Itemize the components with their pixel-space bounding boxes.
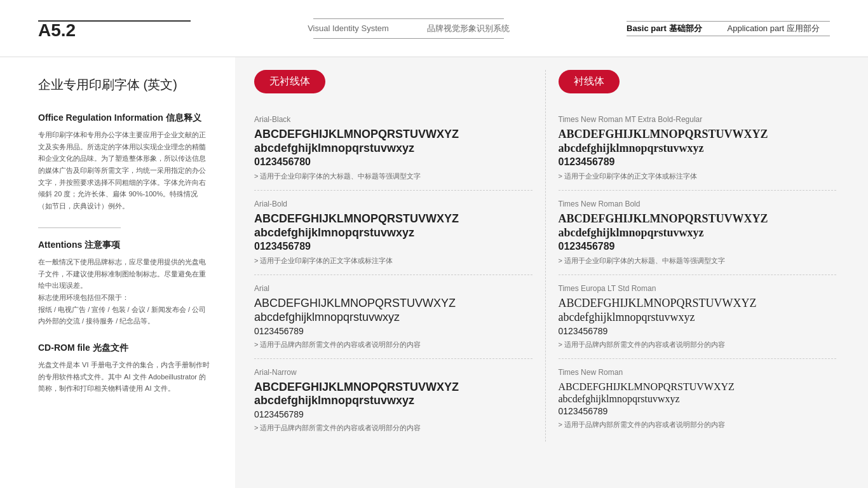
sidebar-section-attention: Attentions 注意事项 在一般情况下使用品牌标志，应尽量使用提供的光盘电…	[38, 240, 210, 327]
col-header-sans: 无衬线体	[254, 70, 325, 93]
sidebar-section-info-title: Office Regulation Information 信息释义	[38, 112, 210, 124]
font-entry-arial-black: Arial-Black ABCDEFGHIJKLMNOPQRSTUVWXYZ a…	[254, 106, 532, 191]
font-text-arial-upper: ABCDEFGHIJKLMNOPQRSTUVWXYZ	[254, 297, 532, 311]
font-entry-times-europa: Times Europa LT Std Roman ABCDEFGHIJKLMN…	[559, 275, 837, 358]
font-numbers-times-europa: 0123456789	[559, 326, 837, 336]
font-name-times-bold: Times New Roman Bold	[559, 200, 837, 208]
font-text-arial-narrow-lower: abcdefghijklmnopqrstuvwxyz	[254, 394, 532, 408]
font-columns: 无衬线体 Arial-Black ABCDEFGHIJKLMNOPQRSTUVW…	[254, 70, 849, 442]
font-name-arial: Arial	[254, 284, 532, 293]
font-name-times-regular: Times New Roman	[559, 368, 837, 377]
font-name-arial-bold: Arial-Bold	[254, 200, 532, 208]
font-text-times-regular-lower: abcdefghijklmnopqrstuvwxyz	[559, 393, 837, 405]
font-name-arial-narrow: Arial-Narrow	[254, 368, 532, 377]
font-text-arial-bold-lower: abcdefghijklmnopqrstuvwxyz	[254, 226, 532, 240]
font-display-area: 无衬线体 Arial-Black ABCDEFGHIJKLMNOPQRSTUVW…	[235, 57, 868, 488]
font-text-arial-lower: abcdefghijklmnopqrstuvwxyz	[254, 311, 532, 325]
font-numbers-arial-bold: 0123456789	[254, 241, 532, 252]
header-title-en: Visual Identity System	[308, 24, 389, 33]
font-text-times-europa-upper: ABCDEFGHIJKLMNOPQRSTUVWXYZ	[559, 297, 837, 311]
font-desc-arial-black: 适用于企业印刷字体的大标题、中标题等强调型文字	[254, 172, 532, 181]
font-text-times-bold-lower: abcdefghijklmnopqrstuvwxyz	[559, 226, 837, 240]
font-numbers-times-bold: 0123456789	[559, 241, 837, 252]
sidebar-divider	[38, 227, 121, 228]
font-text-arial-black-upper: ABCDEFGHIJKLMNOPQRSTUVWXYZ	[254, 128, 532, 142]
header-center: Visual Identity System 品牌视觉形象识别系统	[308, 18, 510, 39]
font-text-arial-narrow-upper: ABCDEFGHIJKLMNOPQRSTUVWXYZ	[254, 381, 532, 395]
header-nav: Basic part 基础部分 Application part 应用部分	[627, 23, 830, 34]
header-center-top-line	[313, 18, 504, 19]
font-numbers-arial: 0123456789	[254, 326, 532, 336]
header-center-titles: Visual Identity System 品牌视觉形象识别系统	[308, 23, 510, 34]
sidebar-section-info-text: 专用印刷字体和专用办公字体主要应用于企业文献的正文及实务用品。所选定的字体用以实…	[38, 129, 210, 212]
page-number: A5.2	[38, 22, 191, 39]
font-text-times-extrabold-lower: abcdefghijklmnopqrstuvwxyz	[559, 142, 837, 156]
nav-basic[interactable]: Basic part 基础部分	[627, 23, 702, 34]
sidebar: 企业专用印刷字体 (英文) Office Regulation Informat…	[0, 57, 235, 488]
sidebar-section-cdrom: CD-ROM file 光盘文件 光盘文件是本 VI 手册电子文件的集合，内含手…	[38, 342, 210, 395]
header-center-bottom-line	[313, 38, 504, 39]
font-desc-arial-narrow: 适用于品牌内部所需文件的内容或者说明部分的内容	[254, 423, 532, 433]
font-desc-arial: 适用于品牌内部所需文件的内容或者说明部分的内容	[254, 340, 532, 349]
font-text-times-bold-upper: ABCDEFGHIJKLMNOPQRSTUVWXYZ	[559, 212, 837, 226]
sidebar-section-cdrom-text: 光盘文件是本 VI 手册电子文件的集合，内含手册制作时的专用软件格式文件。其中 …	[38, 359, 210, 395]
font-col-sans: 无衬线体 Arial-Black ABCDEFGHIJKLMNOPQRSTUVW…	[254, 70, 546, 442]
sidebar-main-title: 企业专用印刷字体 (英文)	[38, 76, 210, 93]
font-desc-times-regular: 适用于品牌内部所需文件的内容或者说明部分的内容	[559, 420, 837, 430]
sidebar-section-attention-title: Attentions 注意事项	[38, 240, 210, 251]
font-numbers-times-regular: 0123456789	[559, 406, 837, 416]
col-header-serif: 衬线体	[559, 70, 620, 93]
font-desc-times-europa: 适用于品牌内部所需文件的内容或者说明部分的内容	[559, 340, 837, 349]
font-entry-times-regular: Times New Roman ABCDEFGHIJKLMNOPQRSTUVWX…	[559, 359, 837, 438]
font-numbers-times-extrabold: 0123456789	[559, 156, 837, 168]
font-entry-times-extrabold: Times New Roman MT Extra Bold-Regular AB…	[559, 106, 837, 191]
header-right-bottom-line	[627, 36, 830, 36]
header-left: A5.2	[38, 18, 191, 39]
font-entry-arial-narrow: Arial-Narrow ABCDEFGHIJKLMNOPQRSTUVWXYZ …	[254, 359, 532, 442]
sidebar-section-cdrom-title: CD-ROM file 光盘文件	[38, 342, 210, 354]
font-entry-times-bold: Times New Roman Bold ABCDEFGHIJKLMNOPQRS…	[559, 191, 837, 275]
font-desc-times-extrabold: 适用于企业印刷字体的正文字体或标注字体	[559, 172, 837, 181]
sidebar-section-info: Office Regulation Information 信息释义 专用印刷字…	[38, 112, 210, 212]
font-desc-times-bold: 适用于企业印刷字体的大标题、中标题等强调型文字	[559, 256, 837, 266]
font-entry-arial-bold: Arial-Bold ABCDEFGHIJKLMNOPQRSTUVWXYZ ab…	[254, 191, 532, 275]
font-text-times-regular-upper: ABCDEFGHIJKLMNOPQRSTUVWXYZ	[559, 381, 837, 393]
header-right-top-line	[627, 21, 830, 22]
font-text-arial-bold-upper: ABCDEFGHIJKLMNOPQRSTUVWXYZ	[254, 212, 532, 226]
font-name-times-europa: Times Europa LT Std Roman	[559, 284, 837, 293]
header: A5.2 Visual Identity System 品牌视觉形象识别系统 B…	[0, 0, 868, 57]
font-entry-arial: Arial ABCDEFGHIJKLMNOPQRSTUVWXYZ abcdefg…	[254, 275, 532, 358]
font-text-arial-black-lower: abcdefghijklmnopqrstuvwxyz	[254, 142, 532, 156]
font-name-times-extrabold: Times New Roman MT Extra Bold-Regular	[559, 115, 837, 124]
main-content: 企业专用印刷字体 (英文) Office Regulation Informat…	[0, 57, 868, 488]
font-numbers-arial-black: 0123456780	[254, 156, 532, 168]
header-title-zh: 品牌视觉形象识别系统	[427, 23, 510, 34]
font-desc-arial-bold: 适用于企业印刷字体的正文字体或标注字体	[254, 256, 532, 266]
font-text-times-extrabold-upper: ABCDEFGHIJKLMNOPQRSTUVWXYZ	[559, 128, 837, 142]
header-right: Basic part 基础部分 Application part 应用部分	[627, 21, 830, 36]
font-text-times-europa-lower: abcdefghijklmnopqrstuvwxyz	[559, 311, 837, 325]
font-name-arial-black: Arial-Black	[254, 115, 532, 124]
font-numbers-arial-narrow: 0123456789	[254, 409, 532, 419]
nav-application[interactable]: Application part 应用部分	[728, 23, 820, 34]
sidebar-section-attention-text: 在一般情况下使用品牌标志，应尽量使用提供的光盘电子文件，不建议使用标准制图绘制标…	[38, 256, 210, 327]
font-col-serif: 衬线体 Times New Roman MT Extra Bold-Regula…	[546, 70, 850, 442]
